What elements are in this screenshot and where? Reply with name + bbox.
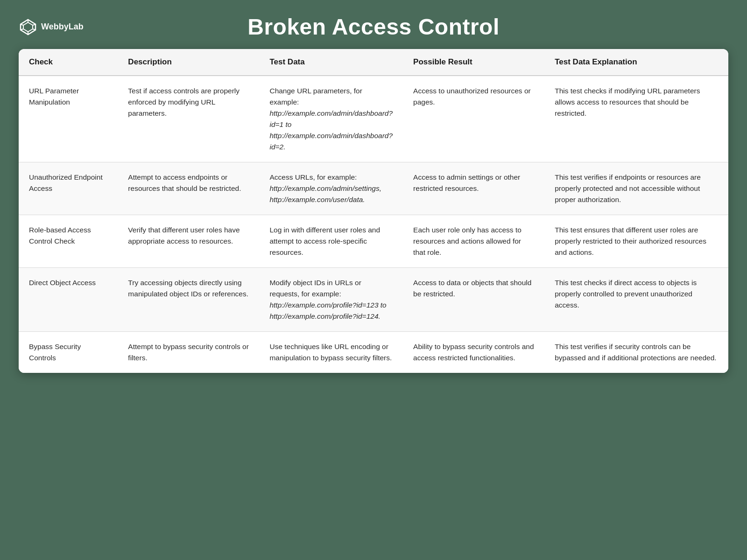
broken-access-control-table: Check Description Test Data Possible Res… [19,49,728,373]
cell-description: Attempt to access endpoints or resources… [118,162,259,215]
cell-explanation: This test checks if modifying URL parame… [544,76,728,162]
table-row: Role-based Access Control CheckVerify th… [19,215,728,268]
testdata-italic: http://example.com/profile?id=123 to htt… [269,301,386,320]
cell-check: URL Parameter Manipulation [19,76,118,162]
cell-explanation: This test verifies if endpoints or resou… [544,162,728,215]
main-table-container: Check Description Test Data Possible Res… [19,49,728,373]
webbylab-logo-icon [19,18,37,36]
page-header: WebbyLab Broken Access Control [19,14,728,40]
table-row: Unauthorized Endpoint AccessAttempt to a… [19,162,728,215]
cell-description: Test if access controls are properly enf… [118,76,259,162]
cell-explanation: This test ensures that different user ro… [544,215,728,268]
table-row: Direct Object AccessTry accessing object… [19,268,728,332]
cell-testdata: Change URL parameters, for example: http… [259,76,403,162]
cell-result: Ability to bypass security controls and … [403,332,544,373]
cell-check: Role-based Access Control Check [19,215,118,268]
cell-explanation: This test verifies if security controls … [544,332,728,373]
table-row: Bypass Security ControlsAttempt to bypas… [19,332,728,373]
cell-description: Attempt to bypass security controls or f… [118,332,259,373]
svg-marker-1 [23,22,33,32]
cell-testdata: Log in with different user roles and att… [259,215,403,268]
col-header-description: Description [118,49,259,76]
cell-result: Access to admin settings or other restri… [403,162,544,215]
cell-result: Each user role only has access to resour… [403,215,544,268]
testdata-italic: http://example.com/admin/dashboard?id=1 … [269,109,393,151]
cell-testdata: Use techniques like URL encoding or mani… [259,332,403,373]
col-header-result: Possible Result [403,49,544,76]
cell-check: Direct Object Access [19,268,118,332]
cell-result: Access to unauthorized resources or page… [403,76,544,162]
cell-result: Access to data or objects that should be… [403,268,544,332]
cell-testdata: Modify object IDs in URLs or requests, f… [259,268,403,332]
logo-text: WebbyLab [41,22,84,32]
table-row: URL Parameter ManipulationTest if access… [19,76,728,162]
cell-explanation: This test checks if direct access to obj… [544,268,728,332]
cell-description: Try accessing objects directly using man… [118,268,259,332]
cell-check: Bypass Security Controls [19,332,118,373]
col-header-explanation: Test Data Explanation [544,49,728,76]
page-title: Broken Access Control [103,14,644,40]
table-header-row: Check Description Test Data Possible Res… [19,49,728,76]
cell-testdata: Access URLs, for example: http://example… [259,162,403,215]
col-header-testdata: Test Data [259,49,403,76]
cell-check: Unauthorized Endpoint Access [19,162,118,215]
col-header-check: Check [19,49,118,76]
logo-area: WebbyLab [19,18,103,36]
cell-description: Verify that different user roles have ap… [118,215,259,268]
testdata-italic: http://example.com/admin/settings, http:… [269,184,381,203]
